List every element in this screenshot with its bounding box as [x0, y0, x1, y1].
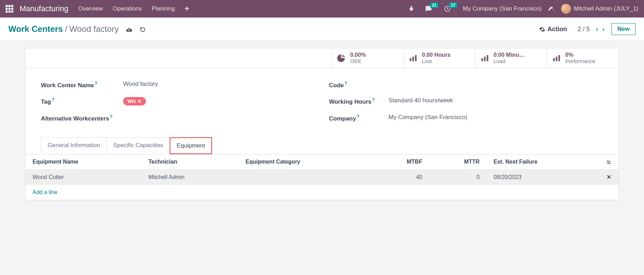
user-menu[interactable]: Mitchell Admin (JULY_1)	[561, 4, 638, 14]
breadcrumb-sep: /	[65, 24, 68, 34]
svg-rect-4	[481, 58, 483, 61]
avatar	[561, 4, 571, 14]
cell-mtbf[interactable]: 40	[372, 170, 429, 185]
stat-perf-label: Performance	[565, 58, 614, 64]
th-category[interactable]: Equipment Category	[239, 154, 372, 170]
stat-load-value: 0.00 Minu…	[494, 52, 542, 58]
table-row[interactable]: Wood Cutter Mitchell Admin 40 0 08/20/20…	[26, 170, 618, 185]
debug-icon[interactable]	[408, 6, 415, 12]
stat-load[interactable]: 0.00 Minu… Load	[475, 48, 547, 68]
stat-lost[interactable]: 0.00 Hours Lost	[403, 48, 475, 68]
messages-badge: 21	[430, 2, 438, 8]
stat-performance[interactable]: 0% Performance	[547, 48, 618, 68]
svg-rect-8	[556, 57, 557, 61]
th-mtbf[interactable]: MTBF	[372, 154, 429, 170]
input-tag[interactable]: WH ✕	[123, 97, 315, 105]
svg-rect-1	[410, 58, 411, 61]
stat-bar: 0.00% OEE 0.00 Hours Lost 0.00 Minu…	[26, 48, 618, 68]
bar-chart-icon	[552, 53, 565, 63]
pager-next-icon[interactable]: ›	[600, 26, 607, 33]
th-technician[interactable]: Technician	[141, 154, 239, 170]
pie-chart-icon	[337, 53, 350, 63]
stat-oee[interactable]: 0.00% OEE	[332, 48, 403, 68]
pager-prev-icon[interactable]: ‹	[594, 26, 600, 33]
th-mttr[interactable]: MTTR	[429, 154, 487, 170]
help-icon[interactable]: ?	[357, 114, 359, 119]
breadcrumb-root[interactable]: Work Centers	[8, 24, 63, 34]
company-switcher[interactable]: My Company (San Francisco)	[463, 5, 542, 12]
help-icon[interactable]: ?	[52, 97, 54, 102]
breadcrumb-current: Wood factory	[69, 24, 119, 34]
tab-bar: General Information Specific Capacities …	[26, 137, 618, 154]
form-card: 0.00% OEE 0.00 Hours Lost 0.00 Minu…	[25, 48, 619, 200]
new-menu-icon[interactable]: +	[185, 4, 189, 13]
label-workcenter-name: Work Center Name?	[41, 81, 123, 89]
svg-rect-6	[487, 55, 488, 61]
action-menu[interactable]: Action	[539, 26, 567, 33]
svg-point-11	[608, 161, 609, 162]
nav-planning[interactable]: Planning	[151, 5, 175, 12]
action-label: Action	[547, 26, 567, 33]
cell-equipment-name[interactable]: Wood Cutter	[26, 170, 141, 185]
svg-rect-7	[553, 58, 554, 61]
th-equipment-name[interactable]: Equipment Name	[26, 154, 141, 170]
nav-overview[interactable]: Overview	[78, 5, 103, 12]
messages-icon[interactable]: 21	[425, 5, 432, 12]
svg-rect-9	[558, 55, 560, 61]
column-settings-icon[interactable]	[599, 154, 618, 170]
pager-text[interactable]: 2 / 5	[578, 26, 590, 33]
svg-rect-5	[484, 57, 486, 61]
tab-general-information[interactable]: General Information	[41, 137, 107, 154]
bar-chart-icon	[409, 53, 422, 63]
th-next-failure[interactable]: Est. Next Failure	[487, 154, 599, 170]
apps-icon[interactable]	[6, 5, 13, 13]
tab-equipment[interactable]: Equipment	[170, 137, 212, 154]
stat-lost-value: 0.00 Hours	[422, 52, 470, 58]
cell-mttr[interactable]: 0	[429, 170, 487, 185]
gear-icon	[539, 26, 545, 33]
help-icon[interactable]: ?	[372, 97, 375, 102]
activities-icon[interactable]: 27	[444, 5, 451, 12]
tools-icon[interactable]	[548, 5, 555, 12]
label-company: Company?	[329, 114, 389, 123]
input-workcenter-name[interactable]: Wood factory	[123, 81, 315, 88]
svg-rect-2	[412, 57, 414, 61]
stat-load-label: Load	[494, 58, 542, 64]
svg-rect-3	[415, 55, 416, 61]
user-name: Mitchell Admin (JULY_1)	[574, 5, 638, 12]
cell-next-failure[interactable]: 08/20/2023	[487, 170, 599, 185]
input-company[interactable]: My Company (San Francisco)	[389, 114, 603, 121]
nav-operations[interactable]: Operations	[113, 5, 142, 12]
top-navbar: Manufacturing Overview Operations Planni…	[0, 0, 644, 18]
tag-remove-icon[interactable]: ✕	[137, 98, 142, 104]
label-code: Code?	[329, 81, 389, 89]
stat-oee-label: OEE	[350, 58, 398, 64]
activities-badge: 27	[449, 2, 457, 8]
help-icon[interactable]: ?	[110, 114, 112, 119]
tag-pill[interactable]: WH ✕	[123, 97, 146, 105]
svg-point-13	[609, 163, 610, 164]
cell-technician[interactable]: Mitchell Admin	[141, 170, 239, 185]
new-button[interactable]: New	[611, 23, 636, 35]
cell-category[interactable]	[239, 170, 372, 185]
stat-lost-label: Lost	[422, 58, 470, 64]
bar-chart-icon	[480, 53, 494, 63]
stat-oee-value: 0.00%	[350, 52, 398, 58]
help-icon[interactable]: ?	[95, 81, 97, 86]
label-working-hours: Working Hours?	[329, 97, 389, 106]
action-bar: Work Centers / Wood factory Action 2 / 5…	[0, 18, 644, 41]
discard-icon[interactable]	[140, 26, 146, 33]
cloud-upload-icon[interactable]	[126, 26, 133, 33]
stat-perf-value: 0%	[565, 52, 614, 58]
tab-specific-capacities[interactable]: Specific Capacities	[106, 137, 170, 154]
label-tag: Tag?	[41, 97, 123, 106]
help-icon[interactable]: ?	[345, 81, 347, 86]
label-alt-workcenters: Alternative Workcenters?	[41, 114, 123, 123]
row-delete-icon[interactable]: ✕	[607, 174, 611, 180]
input-working-hours[interactable]: Standard 40 hours/week	[389, 97, 603, 104]
add-line-link[interactable]: Add a line	[33, 189, 57, 195]
app-brand[interactable]: Manufacturing	[20, 4, 68, 13]
equipment-table: Equipment Name Technician Equipment Cate…	[26, 154, 618, 200]
